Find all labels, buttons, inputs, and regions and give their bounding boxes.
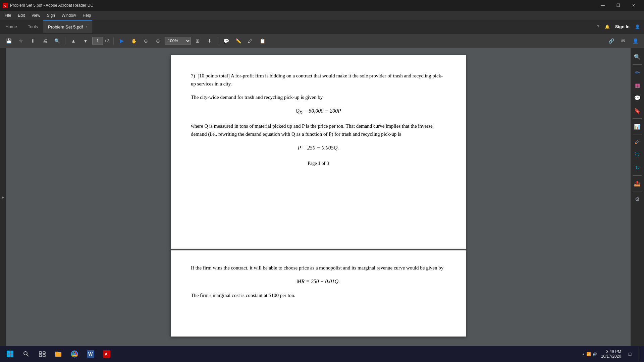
mr-equation: MR = 250 − 0.01Q. (191, 279, 446, 285)
sidebar-export-button[interactable]: 📤 (632, 178, 643, 189)
svg-rect-2 (7, 351, 10, 354)
file-explorer-icon (55, 350, 62, 358)
windows-logo-icon (7, 351, 13, 357)
sidebar-comment-button[interactable]: 💬 (632, 92, 643, 104)
annotation-button[interactable]: ✏️ (233, 36, 244, 46)
share-button[interactable]: 🔗 (606, 36, 616, 46)
action-center-button[interactable]: □ (623, 347, 637, 361)
page2-text2: The firm's marginal cost is constant at … (191, 291, 446, 299)
tab-right-actions: ? 🔔 Sign In 👤 (593, 20, 644, 33)
acrobat-taskbar-icon: A (103, 350, 110, 358)
sidebar-edit-button[interactable]: ✏ (632, 67, 643, 78)
reading-mode-button[interactable]: ⬇ (204, 36, 215, 46)
svg-rect-4 (7, 354, 10, 357)
show-desktop-button[interactable] (639, 347, 641, 361)
minimize-button[interactable]: — (595, 0, 610, 11)
start-button[interactable] (3, 347, 17, 361)
tab-home[interactable]: Home (0, 20, 22, 33)
hand-tool-button[interactable]: ✋ (128, 36, 139, 46)
main-area: ▶ 7) [10 points total] A for-profit firm… (0, 48, 644, 346)
taskbar-acrobat[interactable]: A (99, 347, 114, 361)
sidebar-shield-button[interactable]: 🛡 (632, 149, 643, 161)
find-button[interactable]: 🔍 (52, 36, 62, 46)
stamp-button[interactable]: 📋 (257, 36, 268, 46)
pdf-viewer[interactable]: 7) [10 points total] A for-profit firm i… (6, 48, 631, 346)
select-tool-button[interactable]: ▶ (116, 36, 127, 46)
sidebar-chart-button[interactable]: 📊 (632, 121, 643, 132)
chrome-icon (71, 350, 78, 358)
title-bar: A Problem Set 5.pdf - Adobe Acrobat Read… (0, 0, 644, 11)
menu-help[interactable]: Help (79, 12, 95, 19)
zoom-out-button[interactable]: ⊖ (141, 36, 151, 46)
sidebar-search-button[interactable]: 🔍 (632, 51, 643, 62)
tab-document-label: Problem Set 5.pdf (48, 24, 83, 29)
svg-point-6 (24, 352, 27, 355)
upload-button[interactable]: ⬆ (28, 36, 38, 46)
print-button[interactable]: 🖨 (40, 36, 50, 46)
tray-wifi-icon: 📶 (586, 352, 591, 356)
eq-inverse: P = 250 − 0.005Q. (298, 145, 339, 150)
notification-icon: 🔔 (605, 24, 610, 29)
sidebar-refresh-button[interactable]: ↻ (632, 162, 643, 173)
question-body: [10 points total] A for-profit firm is b… (191, 73, 443, 86)
next-page-button[interactable]: ▼ (80, 36, 91, 46)
sidebar-pen-button[interactable]: 🖊 (632, 136, 643, 148)
tray-volume-icon[interactable]: 🔊 (592, 352, 597, 356)
tab-tools[interactable]: Tools (22, 20, 43, 33)
sidebar-sep-4 (633, 175, 642, 176)
help-button[interactable]: ? (597, 24, 599, 29)
close-button[interactable]: ✕ (626, 0, 641, 11)
svg-rect-3 (10, 351, 13, 354)
taskbar-task-view[interactable] (35, 347, 50, 361)
pdf-page-2: If the firm wins the contract, it will b… (171, 249, 466, 337)
save-button[interactable]: 💾 (3, 36, 14, 46)
menu-bar: File Edit View Sign Window Help (0, 11, 644, 20)
menu-edit[interactable]: Edit (14, 12, 28, 19)
taskbar-chrome[interactable] (67, 347, 82, 361)
sidebar-settings-button[interactable]: ⚙ (632, 193, 643, 205)
toolbar-separator-1 (65, 37, 65, 45)
task-view-icon (39, 351, 46, 357)
account-icon: 👤 (635, 24, 640, 29)
tab-document[interactable]: Problem Set 5.pdf × (43, 20, 92, 33)
sign-in-button[interactable]: Sign In (615, 24, 630, 29)
taskbar-file-explorer[interactable] (51, 347, 66, 361)
menu-view[interactable]: View (28, 12, 44, 19)
left-panel-toggle[interactable]: ▶ (0, 48, 6, 346)
maximize-button[interactable]: ❐ (610, 0, 626, 11)
tab-spacer (92, 20, 593, 33)
taskbar-search[interactable] (19, 347, 34, 361)
comment-toolbar-button[interactable]: 💬 (221, 36, 231, 46)
tab-bar: Home Tools Problem Set 5.pdf × ? 🔔 Sign … (0, 20, 644, 34)
menu-file[interactable]: File (1, 12, 14, 19)
zoom-select[interactable]: 100% 75% 125% 150% Fit Page Fit Width (165, 37, 191, 45)
system-tray: ▲ 📶 🔊 (579, 352, 600, 356)
sidebar-sep-5 (633, 191, 642, 191)
tray-up-icon[interactable]: ▲ (582, 352, 585, 356)
taskbar-word[interactable]: W (83, 347, 98, 361)
svg-rect-13 (55, 352, 58, 353)
send-button[interactable]: ✉ (618, 36, 629, 46)
zoom-in-button[interactable]: ⊕ (153, 36, 163, 46)
fit-page-button[interactable]: ⊞ (192, 36, 203, 46)
clock[interactable]: 3:49 PM 10/17/2020 (601, 349, 621, 359)
svg-rect-8 (39, 352, 42, 354)
tab-home-label: Home (5, 24, 17, 29)
window-controls: — ❐ ✕ (595, 0, 641, 11)
toolbar-separator-2 (113, 37, 114, 45)
page-nav: / 3 (92, 37, 111, 45)
question-7-text: 7) [10 points total] A for-profit firm i… (191, 72, 446, 88)
svg-rect-9 (43, 352, 45, 354)
prev-page-button[interactable]: ▲ (68, 36, 79, 46)
page-number-input[interactable] (92, 37, 103, 45)
menu-sign[interactable]: Sign (44, 12, 58, 19)
sidebar-bookmark-button[interactable]: 🔖 (632, 105, 643, 116)
menu-window[interactable]: Window (58, 12, 79, 19)
account-toolbar-button[interactable]: 👤 (630, 36, 641, 46)
sidebar-grid-button[interactable]: ▦ (632, 79, 643, 91)
tab-close-button[interactable]: × (86, 25, 88, 29)
highlight-button[interactable]: 🖊 (245, 36, 256, 46)
clock-time: 3:49 PM (606, 349, 621, 354)
bookmark-toolbar-button[interactable]: ☆ (15, 36, 26, 46)
question-number: 7) (191, 73, 195, 78)
